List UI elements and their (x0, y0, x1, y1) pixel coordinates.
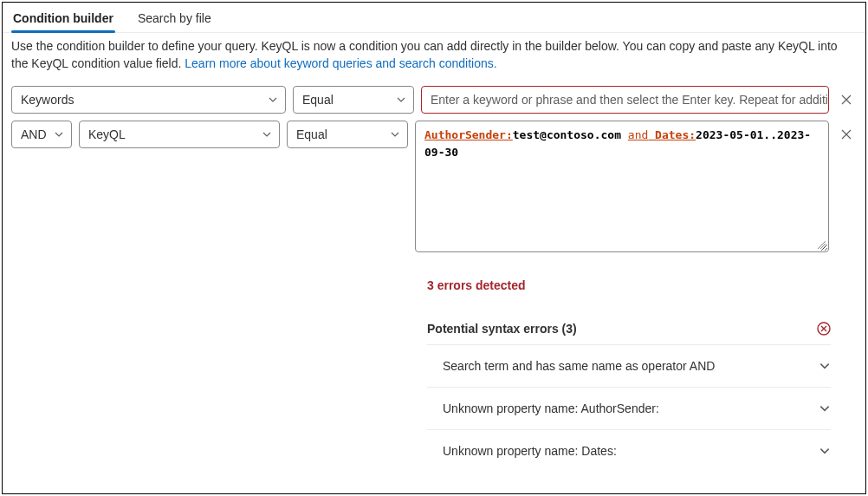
chevron-down-icon (262, 129, 272, 140)
keyql-textarea[interactable]: AuthorSender:test@contoso.com and Dates:… (415, 121, 829, 252)
error-item[interactable]: Search term and has same name as operato… (427, 345, 831, 388)
chevron-down-icon (268, 95, 278, 105)
operator-value: Equal (302, 93, 334, 107)
operator-value: Equal (296, 127, 327, 141)
chevron-down-icon (390, 129, 400, 140)
dismiss-errors-button[interactable] (817, 322, 831, 336)
error-item[interactable]: Unknown property name: AuthorSender: (427, 388, 831, 430)
field-select-value: Keywords (21, 93, 74, 107)
resize-handle-icon (816, 239, 826, 250)
field-select-value: KeyQL (88, 127, 126, 141)
close-icon (840, 128, 852, 140)
chevron-down-icon (819, 360, 831, 372)
error-item[interactable]: Unknown property name: Dates: (427, 430, 831, 472)
tab-search-by-file[interactable]: Search by file (136, 8, 213, 32)
error-text: Search term and has same name as operato… (443, 359, 715, 373)
errors-heading: 3 errors detected (427, 278, 831, 292)
chevron-down-icon (396, 95, 406, 105)
keyword-placeholder: Enter a keyword or phrase and then selec… (431, 93, 829, 107)
errors-subheading-row: Potential syntax errors (3) (427, 313, 831, 345)
tab-condition-builder[interactable]: Condition builder (11, 8, 115, 32)
field-select-keyql[interactable]: KeyQL (79, 121, 280, 148)
condition-row-2: AND KeyQL Equal AuthorSender:test@contos… (11, 121, 857, 252)
operator-select-2[interactable]: Equal (287, 121, 408, 148)
chevron-down-icon (819, 445, 831, 457)
error-text: Unknown property name: AuthorSender: (443, 401, 659, 415)
tab-bar: Condition builder Search by file (3, 3, 865, 33)
operator-select-1[interactable]: Equal (293, 86, 414, 114)
remove-row-1-button[interactable] (836, 86, 857, 114)
logic-select[interactable]: AND (11, 121, 72, 148)
chevron-down-icon (54, 129, 64, 140)
condition-row-1: Keywords Equal Enter a keyword or phrase… (11, 86, 857, 114)
close-circle-icon (817, 322, 831, 336)
description-text: Use the condition builder to define your… (3, 33, 865, 81)
keyword-input[interactable]: Enter a keyword or phrase and then selec… (421, 86, 829, 114)
close-icon (840, 94, 852, 106)
learn-more-link[interactable]: Learn more about keyword queries and sea… (185, 56, 496, 70)
errors-subheading: Potential syntax errors (3) (427, 322, 577, 336)
field-select-keywords[interactable]: Keywords (11, 86, 286, 114)
remove-row-2-button[interactable] (836, 121, 857, 148)
chevron-down-icon (819, 402, 831, 414)
error-text: Unknown property name: Dates: (443, 444, 617, 458)
logic-value: AND (21, 127, 47, 141)
keyql-content: AuthorSender:test@contoso.com and Dates:… (424, 128, 811, 159)
errors-region: 3 errors detected Potential syntax error… (427, 278, 865, 472)
